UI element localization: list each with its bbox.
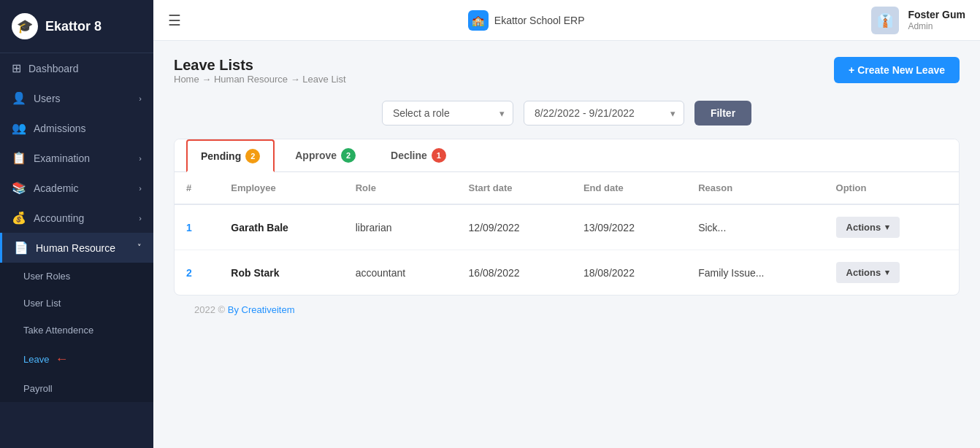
- human-resource-icon: 📄: [14, 241, 28, 255]
- cell-reason: Family Issue...: [686, 250, 824, 296]
- breadcrumb-home[interactable]: Home: [174, 74, 199, 85]
- sidebar-item-label: Academic: [34, 182, 78, 194]
- table-body: 1 Garath Bale librarian 12/09/2022 13/09…: [175, 204, 959, 295]
- footer-year: 2022: [194, 304, 215, 315]
- sidebar-item-user-list[interactable]: User List: [0, 290, 153, 317]
- footer-copyright: ©: [218, 304, 226, 315]
- tabs: Pending 2 Approve 2 Decline 1: [175, 139, 959, 172]
- footer-link[interactable]: By Creativeitem: [228, 304, 295, 315]
- submenu-label: Take Attendence: [23, 325, 93, 336]
- filter-button[interactable]: Filter: [694, 101, 751, 125]
- red-arrow-indicator: ←: [55, 352, 68, 367]
- cell-role: librarian: [344, 204, 457, 250]
- col-end-date: End date: [572, 172, 686, 204]
- tab-pending-label: Pending: [201, 150, 241, 162]
- sidebar-item-dashboard[interactable]: ⊞ Dashboard: [0, 53, 153, 83]
- cell-end-date: 13/09/2022: [572, 204, 686, 250]
- dashboard-icon: ⊞: [12, 61, 21, 75]
- sidebar-item-examination[interactable]: 📋 Examination ›: [0, 143, 153, 173]
- breadcrumb-section[interactable]: Human Resource: [214, 74, 288, 85]
- sidebar: 🎓 Ekattor 8 ⊞ Dashboard 👤 Users › 👥 Admi…: [0, 0, 153, 448]
- submenu-label: Payroll: [23, 383, 53, 394]
- sidebar-item-label: Dashboard: [28, 63, 79, 74]
- cell-num: 1: [175, 204, 219, 250]
- examination-icon: 📋: [12, 151, 26, 165]
- sidebar-item-user-roles[interactable]: User Roles: [0, 263, 153, 290]
- avatar: 👔: [871, 7, 899, 34]
- leave-table: # Employee Role Start date End date Reas…: [175, 172, 959, 295]
- chevron-down-icon: ▾: [885, 223, 889, 232]
- hamburger-icon[interactable]: ☰: [168, 12, 181, 29]
- sidebar-item-admissions[interactable]: 👥 Admissions: [0, 113, 153, 143]
- topbar-center: 🏫 Ekattor School ERP: [468, 10, 585, 31]
- role-select[interactable]: Select a role: [382, 101, 513, 125]
- human-resource-submenu: User Roles User List Take Attendence Lea…: [0, 263, 153, 402]
- user-info: Foster Gum Admin: [908, 8, 965, 33]
- role-select-wrapper: Select a role: [382, 101, 513, 125]
- sidebar-logo: 🎓 Ekattor 8: [0, 0, 153, 53]
- submenu-label: User Roles: [23, 271, 70, 282]
- topbar-right: 👔 Foster Gum Admin: [871, 7, 965, 34]
- breadcrumb-sep2: →: [291, 74, 303, 85]
- breadcrumb: Home → Human Resource → Leave List: [174, 74, 346, 85]
- sidebar-item-human-resource[interactable]: 📄 Human Resource ˅: [0, 233, 153, 263]
- sidebar-item-accounting[interactable]: 💰 Accounting ›: [0, 203, 153, 233]
- tab-decline-badge: 1: [432, 148, 446, 163]
- chevron-right-icon: ›: [139, 154, 142, 163]
- table-header-row: # Employee Role Start date End date Reas…: [175, 172, 959, 204]
- tab-decline[interactable]: Decline 1: [376, 139, 461, 171]
- cell-role: accountant: [344, 250, 457, 296]
- cell-employee: Rob Stark: [219, 250, 343, 296]
- tab-pending[interactable]: Pending 2: [186, 139, 275, 172]
- sidebar-item-label: Human Resource: [36, 242, 115, 254]
- tab-approve-badge: 2: [341, 148, 356, 163]
- app-name: Ekattor School ERP: [494, 15, 585, 26]
- chevron-down-icon: ˅: [137, 243, 142, 252]
- date-range-wrapper: [524, 101, 684, 125]
- cell-reason: Sick...: [686, 204, 824, 250]
- date-range-input[interactable]: [524, 101, 684, 125]
- app-icon: 🏫: [468, 10, 489, 31]
- col-start-date: Start date: [457, 172, 572, 204]
- cell-start-date: 12/09/2022: [457, 204, 572, 250]
- col-role: Role: [344, 172, 457, 204]
- sidebar-item-label: Examination: [34, 152, 90, 164]
- chevron-right-icon: ›: [139, 94, 142, 103]
- sidebar-item-leave[interactable]: Leave ←: [0, 344, 153, 375]
- actions-button[interactable]: Actions ▾: [836, 262, 900, 283]
- tab-pending-badge: 2: [245, 149, 260, 163]
- col-num: #: [175, 172, 219, 204]
- tab-approve-label: Approve: [295, 150, 337, 161]
- sidebar-item-users[interactable]: 👤 Users ›: [0, 83, 153, 113]
- table-row: 1 Garath Bale librarian 12/09/2022 13/09…: [175, 204, 959, 250]
- sidebar-item-payroll[interactable]: Payroll: [0, 375, 153, 402]
- sidebar-item-label: Accounting: [34, 212, 84, 224]
- tab-approve[interactable]: Approve 2: [280, 139, 370, 171]
- main-content: ☰ 🏫 Ekattor School ERP 👔 Foster Gum Admi…: [153, 0, 980, 448]
- breadcrumb-current: Leave List: [302, 74, 345, 85]
- footer: 2022 © By Creativeitem: [174, 296, 960, 324]
- create-new-leave-button[interactable]: + Create New Leave: [834, 57, 960, 83]
- cell-employee: Garath Bale: [219, 204, 343, 250]
- leave-table-container: Pending 2 Approve 2 Decline 1 # Employe: [174, 139, 960, 296]
- page-header: Leave Lists Home → Human Resource → Leav…: [174, 57, 960, 98]
- academic-icon: 📚: [12, 181, 26, 195]
- page-body: Leave Lists Home → Human Resource → Leav…: [153, 41, 980, 448]
- sidebar-item-label: Admissions: [34, 123, 86, 134]
- accounting-icon: 💰: [12, 211, 26, 225]
- chevron-right-icon: ›: [139, 214, 142, 223]
- chevron-down-icon: ▾: [885, 268, 889, 277]
- chevron-right-icon: ›: [139, 184, 142, 193]
- table-row: 2 Rob Stark accountant 16/08/2022 18/08/…: [175, 250, 959, 296]
- tab-decline-label: Decline: [391, 150, 427, 161]
- actions-button[interactable]: Actions ▾: [836, 217, 900, 238]
- page-title: Leave Lists: [174, 57, 346, 74]
- filter-row: Select a role Filter: [174, 101, 960, 125]
- col-option: Option: [824, 172, 959, 204]
- submenu-label: Leave: [23, 354, 49, 365]
- admissions-icon: 👥: [12, 121, 26, 135]
- sidebar-item-academic[interactable]: 📚 Academic ›: [0, 173, 153, 203]
- sidebar-item-take-attendence[interactable]: Take Attendence: [0, 317, 153, 344]
- topbar: ☰ 🏫 Ekattor School ERP 👔 Foster Gum Admi…: [153, 0, 980, 41]
- col-employee: Employee: [219, 172, 343, 204]
